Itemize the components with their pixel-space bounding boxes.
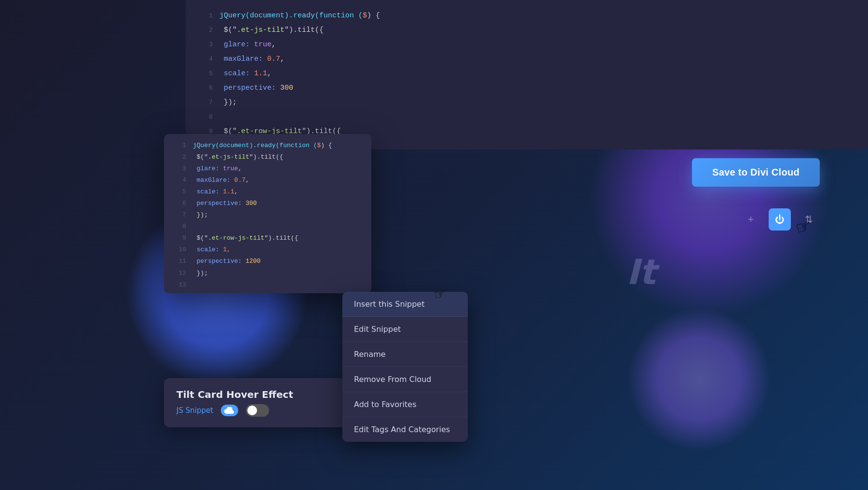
line-number: 5 [173,186,186,198]
code-token: }); [219,98,237,107]
code-token: ").tilt({ [264,234,298,242]
blob-purple2 [627,307,772,451]
code-token: ").tilt({ [249,153,283,161]
code-token: 1.1 [223,188,234,195]
snippet-type: JS Snippet [176,406,213,415]
line-number: 1 [199,10,213,22]
code-token: 300 [280,84,293,92]
context-menu-item-add-favorites[interactable]: Add to Favorites [342,392,468,417]
line-number: 3 [173,163,186,175]
code-line: 14 const columnTilt3d = $(".et-column-js… [173,291,363,293]
code-token: 1200 [245,258,260,265]
code-line: 2 $(".et-js-tilt").tilt({ [173,151,363,163]
code-token: .et-js-tilt [237,26,285,34]
code-line: 13 [173,279,363,291]
code-front: 1jQuery(document).ready(function ($) {2 … [164,134,371,293]
code-line: 3 glare: true, [199,38,854,52]
code-line: 3 glare: true, [173,163,363,175]
line-number: 4 [173,175,186,186]
code-line: 8 [199,110,854,124]
snippet-card: Tilt Card Hover Effect JS Snippet [164,378,357,427]
code-token: ) { [367,12,380,20]
sort-icon-button[interactable]: ⇅ [798,208,820,231]
line-number: 4 [199,53,213,66]
code-token: , [238,165,242,172]
code-token: maxGlare: [219,55,267,63]
line-number: 5 [199,68,213,80]
line-number: 8 [199,111,213,123]
code-token: perspective: [219,84,280,92]
code-token: 1, [223,246,231,253]
code-token: , [271,41,276,49]
save-to-cloud-button[interactable]: Save to Divi Cloud [692,158,820,187]
line-number: 2 [199,24,213,37]
context-menu-item-edit-tags[interactable]: Edit Tags And Categories [342,417,468,442]
code-line: 4 maxGlare: 0.7, [173,175,363,186]
cloud-icon [221,405,238,416]
context-menu: Insert this SnippetEdit SnippetRenameRem… [342,292,468,442]
add-icon-button[interactable]: + [740,208,762,231]
code-token: }); [193,270,208,277]
code-token: glare: [193,165,223,172]
code-token: columnTilt3d = $(" [219,293,287,293]
code-token: perspective: [193,200,245,207]
snippet-meta: JS Snippet [176,404,344,417]
code-token: 300 [245,200,257,207]
code-window-main: 1jQuery(document).ready(function ($) {2 … [186,0,868,150]
code-line: 1jQuery(document).ready(function ($) { [173,140,363,151]
line-number: 13 [173,279,186,291]
line-number: 7 [199,96,213,109]
sort-icon: ⇅ [805,214,813,225]
code-token: $(" [193,234,208,242]
line-number: 2 [173,151,186,163]
code-line: 9 $(".et-row-js-tilt").tilt({ [173,232,363,244]
code-token: const [197,293,219,293]
code-token: $(" [219,26,237,34]
line-number: 12 [173,268,186,279]
code-line: 7 }); [173,209,363,221]
code-main: 1jQuery(document).ready(function ($) {2 … [186,0,868,150]
line-number: 1 [173,140,186,151]
code-token: jQuery(document).ready(function ( [193,142,317,149]
code-token: scale: [193,188,223,195]
context-menu-item-insert-snippet[interactable]: Insert this Snippet [342,292,468,317]
code-token: 1.1 [254,69,267,78]
code-line: 8 [173,221,363,232]
code-token: , [280,55,285,63]
code-token: glare: [219,41,254,49]
context-menu-item-edit-snippet[interactable]: Edit Snippet [342,317,468,342]
code-line: 6 perspective: 300 [199,81,854,95]
code-token: $(" [193,153,208,161]
code-line: 7 }); [199,95,854,110]
code-line: 5 scale: 1.1, [173,186,363,198]
context-menu-item-rename[interactable]: Rename [342,342,468,367]
code-line: 12 }); [173,268,363,279]
line-number: 14 [173,291,186,293]
code-token: $ [363,12,367,20]
code-token: .et-row-js-tilt [208,234,264,242]
action-icons-row: + ⏻ ⇅ [740,208,820,231]
code-line: 10 scale: 1, [173,244,363,256]
code-line: 6 perspective: 300 [173,198,363,209]
context-menu-item-remove-cloud[interactable]: Remove From Cloud [342,367,468,392]
toggle-switch[interactable] [246,404,269,417]
line-number: 9 [173,232,186,244]
code-token: ").tilt({ [285,26,324,34]
code-token: 0.7 [234,177,245,184]
code-window-front: 1jQuery(document).ready(function ($) {2 … [164,134,371,293]
line-number: 10 [173,244,186,256]
line-number: 8 [173,221,186,232]
power-icon-button[interactable]: ⏻ [769,208,791,231]
code-token: , [267,69,271,78]
code-line: 2 $(".et-js-tilt").tilt({ [199,23,854,38]
snippet-title: Tilt Card Hover Effect [176,389,344,400]
code-token: , [234,188,238,195]
code-token: scale: [193,246,223,253]
code-token [193,293,197,293]
code-token: }); [193,211,208,218]
code-line: 11 perspective: 1200 [173,256,363,267]
code-line: 1jQuery(document).ready(function ($) { [199,9,854,23]
line-number: 11 [173,256,186,267]
line-number: 7 [173,209,186,221]
code-line: 5 scale: 1.1, [199,67,854,81]
